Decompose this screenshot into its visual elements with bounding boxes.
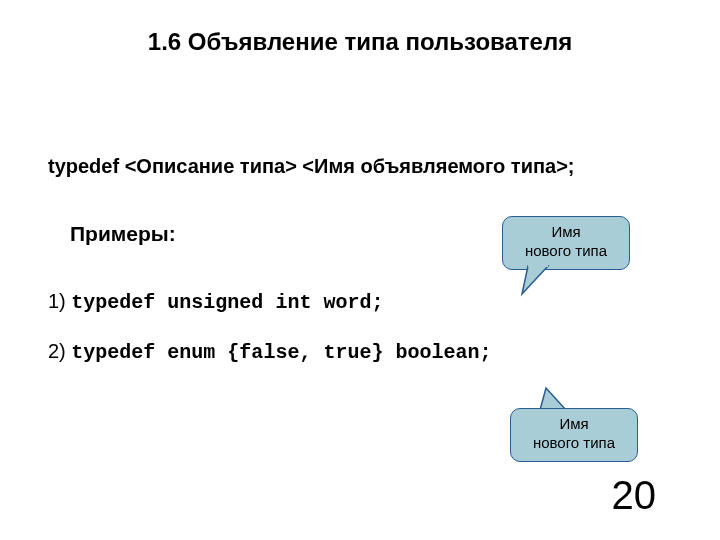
example-1: 1) typedef unsigned int word;	[48, 290, 383, 314]
callout-line1: Имя	[559, 415, 588, 432]
example-1-code: typedef unsigned int word;	[71, 291, 383, 314]
callout-tail-icon	[520, 264, 560, 304]
callout-line2: нового типа	[533, 434, 615, 451]
example-2-number: 2)	[48, 340, 71, 362]
callout-line1: Имя	[551, 223, 580, 240]
svg-marker-0	[522, 266, 548, 294]
callout-new-type-name-2: Имя нового типа	[510, 408, 638, 462]
callout-bubble: Имя нового типа	[510, 408, 638, 462]
slide: 1.6 Объявление типа пользователя typedef…	[0, 0, 720, 540]
example-2: 2) typedef enum {false, true} boolean;	[48, 340, 491, 364]
callout-bubble: Имя нового типа	[502, 216, 630, 270]
svg-marker-2	[540, 388, 566, 410]
callout-new-type-name-1: Имя нового типа	[502, 216, 630, 270]
example-1-number: 1)	[48, 290, 71, 312]
page-number: 20	[612, 473, 657, 518]
typedef-syntax: typedef <Описание типа> <Имя объявляемог…	[48, 155, 574, 178]
callout-line2: нового типа	[525, 242, 607, 259]
svg-marker-1	[528, 264, 548, 267]
page-title: 1.6 Объявление типа пользователя	[0, 28, 720, 56]
examples-heading: Примеры:	[70, 222, 176, 246]
example-2-code: typedef enum {false, true} boolean;	[71, 341, 491, 364]
